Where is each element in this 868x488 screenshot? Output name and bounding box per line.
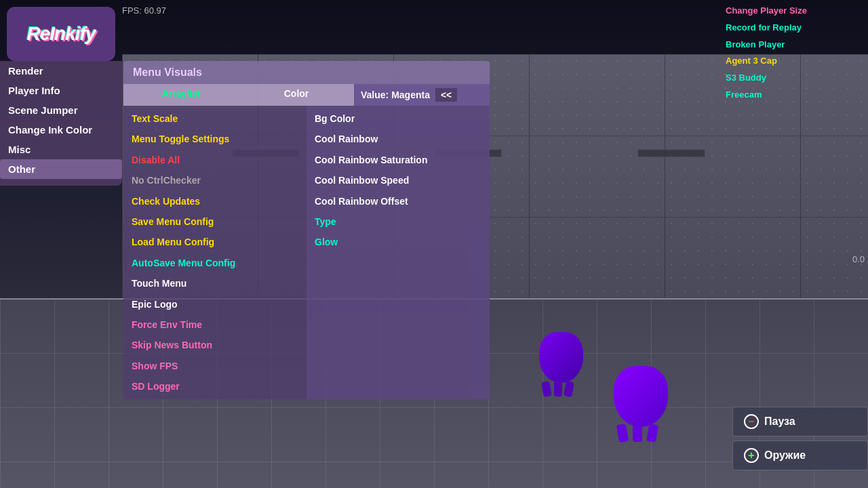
left-sidebar: Render Player Info Scene Jumper Change I… <box>0 61 122 186</box>
pause-button[interactable]: − Пауза <box>732 407 868 436</box>
sidebar-item-misc[interactable]: Misc <box>0 140 122 159</box>
top-right-item-5[interactable]: Freecam <box>722 87 865 104</box>
col-arraylist[interactable]: Arraylist <box>123 84 239 106</box>
list-item-menu-toggle[interactable]: Menu Toggle Settings <box>123 129 307 149</box>
right-item-cool-rainbow-speed[interactable]: Cool Rainbow Speed <box>307 170 490 190</box>
sidebar-item-change-ink-color[interactable]: Change Ink Color <box>0 120 122 140</box>
right-item-type[interactable]: Type <box>307 211 490 232</box>
top-right-item-4[interactable]: S3 Buddy <box>722 70 865 87</box>
plus-icon: + <box>744 448 759 463</box>
logo-text: ReInkify <box>27 23 96 45</box>
list-item-text-scale[interactable]: Text Scale <box>123 108 307 129</box>
value-label: Value: Magenta <box>361 89 430 100</box>
weapon-button[interactable]: + Оружие <box>732 441 868 470</box>
list-item-check-updates[interactable]: Check Updates <box>123 191 307 211</box>
left-list: Text Scale Menu Toggle Settings Disable … <box>123 106 307 399</box>
weapon-label: Оружие <box>764 449 806 462</box>
list-item-show-fps[interactable]: Show FPS <box>123 356 307 376</box>
list-item-autosave-menu-config[interactable]: AutoSave Menu Config <box>123 253 307 273</box>
right-item-cool-rainbow-offset[interactable]: Cool Rainbow Offset <box>307 191 490 211</box>
list-item-touch-menu[interactable]: Touch Menu <box>123 273 307 293</box>
dot-indicator: 0.0 <box>852 254 865 264</box>
main-panel: Menu Visuals Arraylist Color Value: Mage… <box>123 61 490 399</box>
list-item-epic-logo[interactable]: Epic Logo <box>123 294 307 314</box>
list-item-no-ctrlchecker[interactable]: No CtrlChecker <box>123 170 307 190</box>
top-right-item-2[interactable]: Broken Player <box>722 37 865 54</box>
creature-1 <box>539 332 583 383</box>
list-item-skip-news-button[interactable]: Skip News Button <box>123 335 307 355</box>
list-item-sd-logger[interactable]: SD Logger <box>123 376 307 396</box>
arrow-button[interactable]: << <box>435 88 457 102</box>
col-color[interactable]: Color <box>239 84 354 106</box>
right-item-cool-rainbow-saturation[interactable]: Cool Rainbow Saturation <box>307 150 490 170</box>
right-item-cool-rainbow[interactable]: Cool Rainbow <box>307 129 490 149</box>
pause-label: Пауза <box>764 415 795 428</box>
sidebar-item-render[interactable]: Render <box>0 61 122 81</box>
minus-icon: − <box>744 414 759 429</box>
right-list: Bg Color Cool Rainbow Cool Rainbow Satur… <box>307 106 490 399</box>
col-value[interactable]: Value: Magenta << <box>354 84 490 106</box>
top-right-panel: Change Player Size Record for Replay Bro… <box>719 0 868 106</box>
bottom-right-panel: − Пауза + Оружие <box>732 407 868 474</box>
right-item-glow[interactable]: Glow <box>307 232 490 252</box>
list-item-load-menu-config[interactable]: Load Menu Config <box>123 232 307 252</box>
list-item-save-menu-config[interactable]: Save Menu Config <box>123 211 307 232</box>
panel-title: Menu Visuals <box>123 61 490 84</box>
column-headers: Arraylist Color Value: Magenta << <box>123 84 490 106</box>
fps-counter: FPS: 60.97 <box>122 5 166 16</box>
sidebar-item-other[interactable]: Other <box>0 159 122 179</box>
wall-shelf-3 <box>637 149 705 157</box>
list-item-force-env-time[interactable]: Force Env Time <box>123 314 307 335</box>
right-item-bg-color[interactable]: Bg Color <box>307 108 490 129</box>
creature-2 <box>614 366 665 424</box>
list-item-disable-all[interactable]: Disable All <box>123 150 307 170</box>
content-area: Text Scale Menu Toggle Settings Disable … <box>123 106 490 399</box>
top-right-item-3[interactable]: Agent 3 Cap <box>722 53 865 70</box>
sidebar-item-player-info[interactable]: Player Info <box>0 81 122 100</box>
logo: ReInkify <box>7 7 115 61</box>
top-right-item-0[interactable]: Change Player Size <box>722 3 865 20</box>
sidebar-item-scene-jumper[interactable]: Scene Jumper <box>0 100 122 120</box>
top-right-item-1[interactable]: Record for Replay <box>722 20 865 37</box>
